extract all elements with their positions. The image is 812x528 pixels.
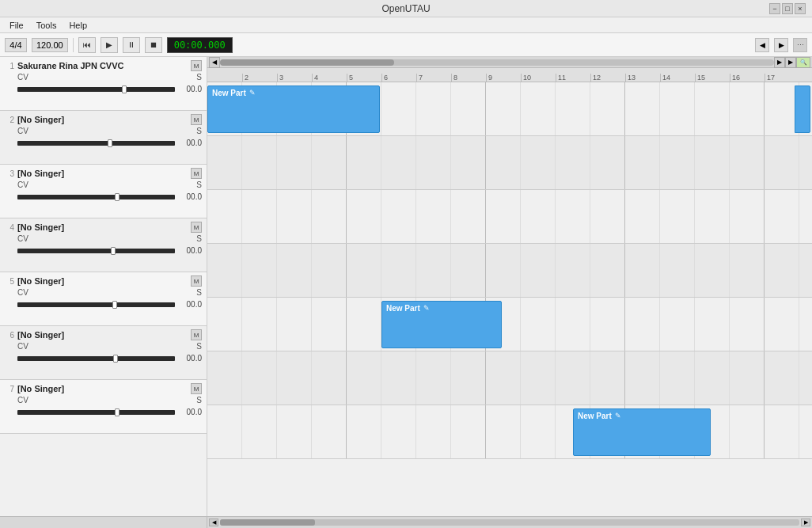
grid-row-5[interactable] <box>207 298 812 351</box>
volume-track-6[interactable] <box>17 356 175 361</box>
track-mute-2[interactable]: M <box>191 114 202 125</box>
grid-cell-4-13 <box>625 244 660 297</box>
track-sub-5: CV S <box>17 288 202 297</box>
grid-cell-6-12 <box>590 351 625 405</box>
bottom-right-scroll[interactable]: ◀ ▶ <box>207 519 812 526</box>
track-row-2: 2 [No Singer] M CV S 00.0 <box>0 111 207 165</box>
volume-track-1[interactable] <box>17 87 175 92</box>
bottom-scroll-right[interactable]: ▶ <box>801 519 810 526</box>
stop-button[interactable]: ⏹ <box>145 37 162 53</box>
grid-row-2[interactable] <box>207 136 812 190</box>
volume-thumb-4[interactable] <box>111 247 116 255</box>
part-block-3[interactable]: New Part ✎ <box>573 408 711 456</box>
track-header-3: 3 [No Singer] M <box>5 168 202 179</box>
track-row-6: 6 [No Singer] M CV S 00.0 <box>0 326 207 380</box>
part-block-edge[interactable] <box>795 85 810 133</box>
h-scroll-zoom[interactable]: 🔍 <box>796 57 810 68</box>
h-scroll-right[interactable]: ▶ <box>774 57 785 68</box>
track-mute-6[interactable]: M <box>191 329 202 340</box>
grid-row-3[interactable] <box>207 190 812 244</box>
track-volume-7[interactable]: 00.0 <box>17 408 202 416</box>
track-volume-5[interactable]: 00.0 <box>17 300 202 309</box>
back-button[interactable]: ⏮ <box>78 37 96 53</box>
volume-thumb-1[interactable] <box>122 85 127 93</box>
tracks-grid[interactable]: New Part ✎ New Part ✎ New Part ✎ <box>207 82 812 459</box>
time-signature[interactable]: 4/4 <box>5 38 27 52</box>
track-volume-4[interactable]: 00.0 <box>17 246 202 255</box>
volume-track-3[interactable] <box>17 195 175 199</box>
volume-thumb-7[interactable] <box>115 408 120 416</box>
track-solo-6[interactable]: S <box>196 342 202 351</box>
grid-row-6[interactable] <box>207 351 812 405</box>
track-type-5: CV <box>17 288 35 297</box>
volume-track-5[interactable] <box>17 302 175 307</box>
track-solo-1[interactable]: S <box>196 73 202 82</box>
track-mute-5[interactable]: M <box>191 275 202 287</box>
part-edit-icon-1: ✎ <box>249 89 256 97</box>
track-header-5: 5 [No Singer] M <box>5 275 202 287</box>
nav-right-button[interactable]: ▶ <box>774 38 788 52</box>
grid-cell-3-10 <box>521 190 556 243</box>
grid-cell-1-6 <box>381 82 416 135</box>
track-mute-1[interactable]: M <box>191 60 202 71</box>
track-sub-3: CV S <box>17 180 202 189</box>
grid-cell-6-8 <box>451 351 486 405</box>
nav-extra-button[interactable]: ⋯ <box>793 38 807 52</box>
pause-button[interactable]: ⏸ <box>123 37 140 53</box>
h-scrollbar[interactable]: ◀ ▶ ▶ 🔍 <box>207 57 812 68</box>
grid-cell-1-13 <box>625 82 660 135</box>
grid-row-7[interactable] <box>207 405 812 459</box>
grid-cell-1-15 <box>695 82 730 135</box>
track-volume-6[interactable]: 00.0 <box>17 354 202 363</box>
track-solo-5[interactable]: S <box>196 288 202 297</box>
menu-help[interactable]: Help <box>63 19 93 32</box>
grid-cell-5-13 <box>625 298 660 351</box>
grid-cell-1-14 <box>660 82 695 135</box>
track-volume-1[interactable]: 00.0 <box>17 85 202 93</box>
volume-thumb-5[interactable] <box>112 301 117 309</box>
part-block-1[interactable]: New Part ✎ <box>207 85 380 133</box>
volume-track-2[interactable] <box>17 141 175 146</box>
play-button[interactable]: ▶ <box>101 37 118 53</box>
grid-cell-1-16 <box>730 82 765 135</box>
volume-thumb-3[interactable] <box>115 193 120 201</box>
restore-button[interactable]: □ <box>782 3 793 14</box>
part-block-2[interactable]: New Part ✎ <box>381 301 502 348</box>
track-solo-2[interactable]: S <box>196 127 202 135</box>
volume-track-4[interactable] <box>17 249 175 253</box>
grid-cell-4-6 <box>381 244 416 297</box>
bottom-scroll-thumb <box>220 519 315 526</box>
bottom-scroll-track[interactable] <box>220 519 799 526</box>
volume-track-7[interactable] <box>17 410 175 415</box>
volume-thumb-2[interactable] <box>108 139 112 147</box>
h-scroll-track[interactable] <box>220 59 774 66</box>
track-solo-4[interactable]: S <box>196 234 202 243</box>
grid-cell-2-7 <box>416 136 451 189</box>
grid-cell-5-3 <box>277 298 312 351</box>
grid-cell-4-11 <box>556 244 590 297</box>
volume-val-3: 00.0 <box>178 192 202 201</box>
bottom-scroll-left[interactable]: ◀ <box>209 519 218 526</box>
track-mute-7[interactable]: M <box>191 383 202 394</box>
grid-row-4[interactable] <box>207 244 812 298</box>
track-mute-4[interactable]: M <box>191 222 202 233</box>
track-name-7: [No Singer] <box>17 384 188 393</box>
menu-tools[interactable]: Tools <box>30 19 63 32</box>
track-volume-2[interactable]: 00.0 <box>17 139 202 147</box>
grid-cell-2-10 <box>521 136 556 189</box>
track-mute-3[interactable]: M <box>191 168 202 179</box>
close-button[interactable]: × <box>795 3 806 14</box>
volume-thumb-6[interactable] <box>113 355 118 363</box>
track-volume-3[interactable]: 00.0 <box>17 192 202 201</box>
nav-left-button[interactable]: ◀ <box>755 38 769 52</box>
grid-cell-4-4 <box>312 244 347 297</box>
tempo-display[interactable]: 120.00 <box>32 38 68 52</box>
grid-cell-2-8 <box>451 136 486 189</box>
track-solo-3[interactable]: S <box>196 180 202 189</box>
menu-file[interactable]: File <box>3 19 30 32</box>
track-solo-7[interactable]: S <box>196 396 202 405</box>
minimize-button[interactable]: − <box>769 3 780 14</box>
h-scroll-left[interactable]: ◀ <box>209 57 220 68</box>
track-sub-4: CV S <box>17 234 202 243</box>
h-scroll-extra[interactable]: ▶ <box>785 57 796 68</box>
